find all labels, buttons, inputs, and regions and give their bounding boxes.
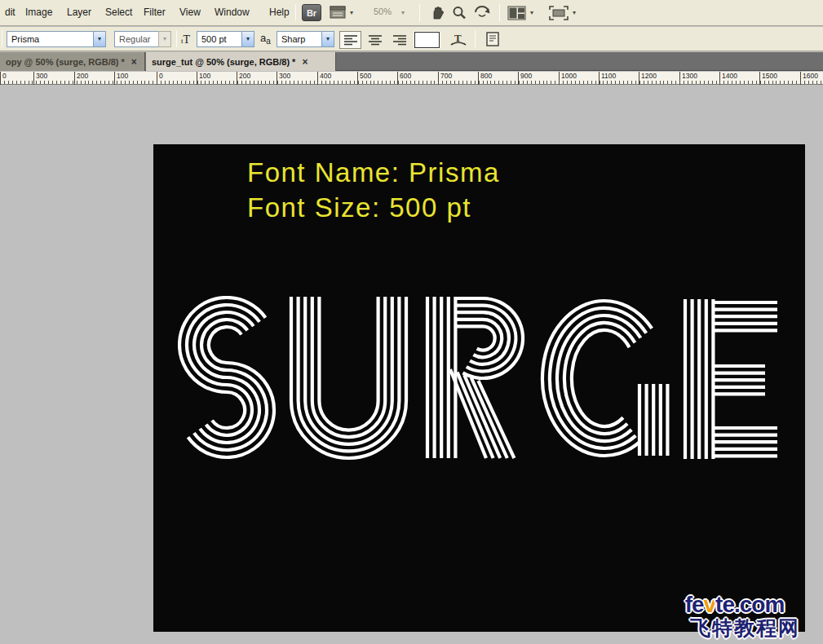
photoshop-window: Br ▾ 50% ▾ [0, 0, 823, 644]
menu-item-view[interactable]: View [176, 0, 204, 25]
surge-letter-stripe [291, 297, 406, 458]
screen-mode-dropdown-icon[interactable]: ▾ [573, 9, 576, 16]
font-style-select[interactable]: Regular ▾ [114, 31, 171, 47]
ruler-unit-label: 1100 [601, 72, 616, 80]
document-tab-label: surge_tut @ 50% (surge, RGB/8) * [152, 57, 295, 67]
align-right-button[interactable] [388, 31, 410, 49]
ruler-unit-label: 100 [199, 72, 210, 80]
align-left-button[interactable] [339, 31, 361, 49]
font-style-value[interactable]: Regular [114, 31, 158, 47]
ruler-major-tick [438, 72, 439, 85]
ruler-major-tick [800, 72, 801, 85]
chevron-down-icon[interactable]: ▾ [93, 31, 106, 47]
anti-alias-icon: aa [260, 32, 271, 46]
ruler-major-tick [397, 72, 398, 85]
image-caption: Font Name: Prisma Font Size: 500 pt [247, 155, 500, 225]
ruler-major-tick [518, 72, 519, 85]
menu-item-layer[interactable]: Layer [64, 0, 95, 25]
rotate-view-tool-icon[interactable] [472, 5, 492, 24]
surge-letter-stripe [455, 306, 515, 372]
toolbar-separator [475, 30, 476, 47]
horizontal-ruler[interactable]: 0300200100010020030040050060070080090010… [0, 72, 823, 85]
ruler-major-tick [237, 72, 237, 85]
launch-bridge-button[interactable]: Br [302, 4, 321, 21]
anti-alias-select[interactable]: Sharp ▾ [277, 31, 334, 47]
ruler-major-tick [277, 72, 277, 85]
toolbar-separator [499, 4, 500, 21]
ruler-unit-label: 700 [440, 72, 452, 80]
canvas-area: Font Name: Prisma Font Size: 500 pt fevt… [0, 86, 823, 644]
menu-item-select[interactable]: Select [102, 0, 135, 25]
document-tab-0[interactable]: opy @ 50% (surge, RGB/8) *× [0, 52, 145, 71]
ruler-major-tick [478, 72, 479, 85]
watermark-cjk: 飞特教程网 [669, 617, 800, 638]
ruler-unit-label: 0 [159, 72, 163, 80]
document-image[interactable]: Font Name: Prisma Font Size: 500 pt fevt… [153, 144, 805, 632]
ruler-unit-label: 100 [117, 72, 128, 80]
ruler-major-tick [157, 72, 157, 85]
menu-item-image[interactable]: Image [22, 0, 55, 25]
ruler-unit-label: 400 [320, 72, 331, 80]
ruler-major-tick [33, 72, 34, 85]
text-color-swatch[interactable] [414, 32, 440, 48]
tab-close-icon[interactable]: × [302, 56, 308, 68]
font-family-select[interactable]: Prisma ▾ [7, 31, 106, 47]
menu-item-window[interactable]: Window [211, 0, 253, 25]
watermark-brand: fevte.com [669, 593, 800, 616]
caption-line-2: Font Size: 500 pt [247, 190, 500, 225]
menu-item-dit[interactable]: dit [2, 0, 19, 25]
menu-item-filter[interactable]: Filter [140, 0, 169, 25]
surge-letter-stripe [572, 330, 630, 426]
ruler-unit-label: 0 [2, 72, 7, 80]
zoom-level-dropdown-icon[interactable]: ▾ [401, 9, 405, 16]
chevron-down-icon[interactable]: ▾ [241, 31, 254, 47]
toolbar-separator [2, 30, 2, 47]
tab-close-icon[interactable]: × [131, 56, 137, 68]
menu-bar: Br ▾ 50% ▾ [0, 0, 823, 26]
ruler-unit-label: 300 [36, 72, 47, 80]
screen-mode-icon[interactable] [548, 5, 569, 24]
font-size-value[interactable]: 500 pt [197, 31, 241, 47]
ruler-major-tick [599, 72, 600, 85]
ruler-unit-label: 1400 [722, 72, 737, 80]
caption-line-1: Font Name: Prisma [247, 155, 500, 190]
font-family-value[interactable]: Prisma [7, 31, 93, 47]
ruler-unit-label: 1600 [803, 72, 818, 80]
font-size-select[interactable]: 500 pt ▾ [197, 31, 254, 47]
zoom-tool-icon[interactable] [451, 5, 467, 24]
arrange-documents-icon[interactable] [507, 5, 527, 24]
toolbar-separator [295, 4, 296, 21]
ruler-major-tick [559, 72, 560, 85]
ruler-unit-label: 1000 [561, 72, 577, 80]
ruler-major-tick [759, 72, 760, 85]
chevron-down-icon[interactable]: ▾ [321, 31, 334, 47]
ruler-major-tick [357, 72, 358, 85]
ruler-major-tick [0, 72, 1, 85]
hand-tool-icon[interactable] [430, 5, 446, 24]
surge-letter-stripe [319, 297, 378, 430]
ruler-major-tick [197, 72, 197, 85]
view-extras-icon[interactable] [330, 5, 347, 23]
zoom-level-value[interactable]: 50% [374, 7, 392, 16]
menu-item-help[interactable]: Help [266, 0, 293, 25]
character-panel-toggle-icon[interactable] [485, 31, 501, 50]
ruler-unit-label: 200 [239, 72, 250, 80]
toolbar-separator [419, 4, 420, 21]
ruler-unit-label: 1300 [682, 72, 697, 80]
anti-alias-value[interactable]: Sharp [277, 31, 321, 47]
ruler-unit-label: 1500 [762, 72, 777, 80]
font-size-icon: tT [181, 33, 190, 46]
chevron-down-icon: ▾ [158, 31, 171, 47]
ruler-major-tick [719, 72, 720, 85]
arrange-documents-dropdown-icon[interactable]: ▾ [530, 9, 533, 16]
document-tab-1[interactable]: surge_tut @ 50% (surge, RGB/8) *× [146, 52, 336, 71]
warp-text-icon[interactable]: T [449, 31, 468, 51]
toolbar-separator [176, 30, 177, 47]
document-tab-bar: opy @ 50% (surge, RGB/8) *×surge_tut @ 5… [0, 52, 823, 71]
align-center-button[interactable] [364, 31, 386, 49]
ruler-major-tick [74, 72, 75, 85]
surge-letter-stripe [455, 298, 523, 378]
document-tab-label: opy @ 50% (surge, RGB/8) * [6, 57, 125, 67]
view-extras-dropdown-icon[interactable]: ▾ [350, 9, 353, 16]
ruler-unit-label: 500 [360, 72, 371, 80]
